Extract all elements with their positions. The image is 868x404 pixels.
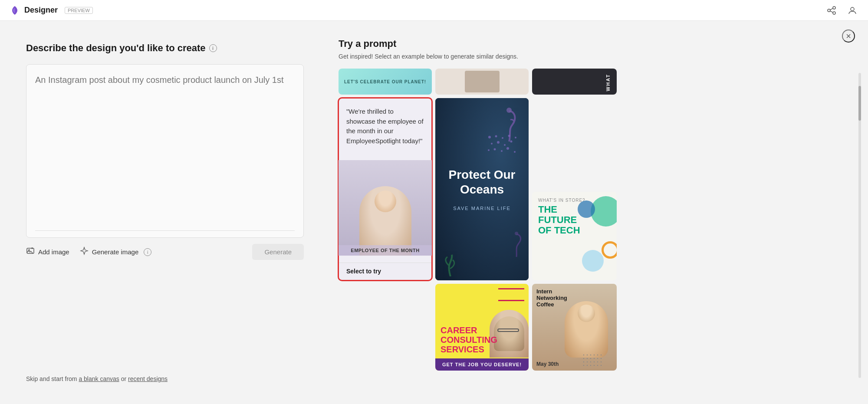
title-info-icon[interactable]: i bbox=[209, 44, 217, 52]
scrollbar-track[interactable] bbox=[858, 73, 861, 378]
employee-overlay-text: EMPLOYEE OF THE MONTH bbox=[339, 245, 432, 256]
prompt-textarea[interactable] bbox=[35, 73, 295, 229]
svg-point-5 bbox=[851, 7, 854, 11]
prompt-section-title: Try a prompt bbox=[339, 38, 851, 49]
future-decor-circle2 bbox=[582, 250, 604, 272]
oceans-subtitle: SAVE MARINE LIFE bbox=[448, 206, 515, 211]
prompt-card-employee-spotlight[interactable]: "We're thrilled to showcase the employee… bbox=[339, 98, 432, 280]
oceans-title: Protect OurOceans bbox=[448, 168, 515, 197]
skip-text-container: Skip and start from a blank canvas or re… bbox=[26, 375, 168, 382]
intern-text-overlay: InternNetworkingCoffee bbox=[536, 288, 617, 308]
blank-top-image bbox=[465, 71, 500, 92]
svg-point-23 bbox=[514, 151, 516, 153]
svg-line-4 bbox=[830, 11, 833, 12]
svg-point-25 bbox=[515, 232, 518, 235]
prompt-card-dark-top[interactable]: WHAT bbox=[532, 69, 617, 95]
app-name-label: Designer bbox=[24, 6, 58, 15]
svg-point-11 bbox=[495, 135, 497, 138]
employee-select-label: Select to try bbox=[346, 268, 381, 275]
svg-point-19 bbox=[488, 149, 490, 151]
svg-point-15 bbox=[491, 143, 493, 145]
generate-button[interactable]: Generate bbox=[252, 244, 304, 260]
add-image-label: Add image bbox=[38, 248, 69, 256]
main-area: Describe the design you'd like to create… bbox=[0, 21, 868, 404]
close-button[interactable]: × bbox=[842, 30, 855, 43]
profile-icon bbox=[848, 6, 857, 15]
oceans-plant-decor bbox=[440, 250, 461, 280]
future-decor-ring bbox=[602, 241, 617, 259]
oceans-text-block: Protect OurOceans SAVE MARINE LIFE bbox=[440, 168, 524, 210]
svg-point-24 bbox=[506, 108, 512, 113]
employee-card-content: "We're thrilled to showcase the employee… bbox=[339, 98, 432, 153]
employee-card-quote: "We're thrilled to showcase the employee… bbox=[346, 107, 424, 146]
employee-card-photo: EMPLOYEE OF THE MONTH bbox=[339, 160, 432, 256]
prompt-section-subtitle: Get inspired! Select an example below to… bbox=[339, 53, 851, 60]
scrollbar-thumb[interactable] bbox=[858, 86, 861, 121]
svg-point-0 bbox=[833, 7, 835, 9]
celebrate-text: LET'S CELEBRATE OUR PLANET! bbox=[344, 79, 426, 84]
prompt-cards-grid: "We're thrilled to showcase the employee… bbox=[339, 98, 625, 371]
profile-button[interactable] bbox=[845, 3, 859, 17]
svg-point-10 bbox=[488, 136, 491, 138]
top-partial-cards-row: LET'S CELEBRATE OUR PLANET! WHAT bbox=[339, 69, 625, 95]
left-panel: Describe the design you'd like to create… bbox=[0, 21, 330, 404]
generate-image-label: Generate image bbox=[92, 248, 139, 256]
career-cta: GET THE JOB YOU DESERVE! bbox=[435, 358, 529, 371]
svg-rect-6 bbox=[27, 248, 34, 253]
generate-image-info-icon[interactable]: i bbox=[144, 248, 151, 256]
add-image-icon bbox=[26, 246, 35, 257]
svg-point-1 bbox=[828, 9, 830, 12]
skip-prefix: Skip and start from bbox=[26, 375, 79, 382]
toolbar-left-group: Add image Generate image i bbox=[26, 244, 151, 260]
recent-designs-link[interactable]: recent designs bbox=[128, 375, 168, 382]
oceans-seahorse2-decor bbox=[509, 231, 524, 263]
prompt-card-career-consulting[interactable]: CAREERCONSULTINGSERVICES GET THE JOB YOU… bbox=[435, 284, 529, 371]
employee-card-footer: Select to try bbox=[339, 263, 432, 280]
career-title: CAREERCONSULTINGSERVICES bbox=[441, 325, 523, 354]
generate-image-icon bbox=[80, 246, 89, 257]
nav-icons-group bbox=[825, 3, 859, 17]
oceans-seahorse-decor bbox=[498, 107, 520, 151]
top-navigation: Designer PREVIEW bbox=[0, 0, 868, 21]
or-text: or bbox=[121, 375, 128, 382]
intern-dots-decor bbox=[582, 353, 604, 366]
app-logo[interactable]: Designer PREVIEW bbox=[9, 4, 93, 16]
prompt-card-future-tech[interactable]: WHAT'S IN STORE? THEFUTUREOF TECH bbox=[532, 192, 617, 280]
add-image-button[interactable]: Add image bbox=[26, 244, 69, 260]
intern-date: May 30th bbox=[536, 361, 559, 367]
bottom-toolbar: Add image Generate image i Generate bbox=[26, 238, 304, 260]
generate-image-button[interactable]: Generate image i bbox=[80, 244, 152, 260]
prompt-card-intern-networking[interactable]: InternNetworkingCoffee May 30th bbox=[532, 284, 617, 371]
career-lines-decor bbox=[498, 288, 524, 301]
intern-face bbox=[565, 301, 608, 358]
prompt-card-celebrate[interactable]: LET'S CELEBRATE OUR PLANET! bbox=[339, 69, 432, 95]
prompt-textarea-container bbox=[26, 64, 304, 238]
svg-point-20 bbox=[494, 148, 496, 151]
prompt-card-blank-top[interactable] bbox=[435, 69, 529, 95]
prompt-card-protect-oceans[interactable]: Protect OurOceans SAVE MARINE LIFE bbox=[435, 98, 529, 280]
preview-badge: PREVIEW bbox=[65, 7, 93, 14]
what-text-top: WHAT bbox=[602, 70, 614, 95]
right-panel: × Try a prompt Get inspired! Select an e… bbox=[330, 21, 868, 404]
blank-canvas-link[interactable]: a blank canvas bbox=[79, 375, 119, 382]
panel-title-text: Describe the design you'd like to create bbox=[26, 43, 206, 54]
textarea-divider bbox=[35, 230, 295, 231]
panel-title: Describe the design you'd like to create… bbox=[26, 43, 304, 54]
employee-face bbox=[375, 191, 396, 212]
career-text-block: CAREERCONSULTINGSERVICES bbox=[435, 321, 529, 358]
share-icon bbox=[827, 6, 836, 15]
intern-title: InternNetworkingCoffee bbox=[536, 288, 617, 308]
future-decor-blue bbox=[578, 200, 595, 218]
share-button[interactable] bbox=[825, 3, 838, 17]
svg-point-2 bbox=[833, 12, 835, 14]
svg-line-3 bbox=[830, 8, 833, 10]
designer-logo-icon bbox=[9, 4, 21, 16]
